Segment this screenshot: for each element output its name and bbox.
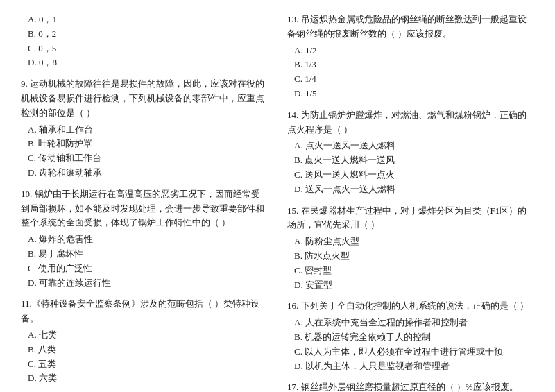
right-column: 13. 吊运炽热金属或危险品的钢丝绳的断丝数达到一般起重设备钢丝绳的报废断丝数的… <box>278 12 534 392</box>
option-item: B. 易于腐坏性 <box>28 247 268 262</box>
question-17-title: 17. 钢丝绳外层钢丝磨损量超过原直径的（ ）%应该报废。 <box>287 380 534 392</box>
option-item: B. 1/3 <box>294 58 534 72</box>
question-15-options: A. 防粉尘点火型 B. 防水点火型 C. 密封型 D. 安置型 <box>294 235 534 292</box>
question-10-options: A. 爆炸的危害性 B. 易于腐坏性 C. 使用的广泛性 D. 可靠的连续运行性 <box>28 232 268 290</box>
option-item: A. 爆炸的危害性 <box>28 232 268 247</box>
option-item: C. 送风一送人燃料一点火 <box>294 168 534 182</box>
question-15: 15. 在民爆器材生产过程中，对于爆炸分区为目类（F1区）的场所，宜优先采用（ … <box>287 204 534 293</box>
question-16: 16. 下列关于全自动化控制的人机系统的说法，正确的是（ ） A. 人在系统中充… <box>287 299 534 373</box>
page-wrap: A. 0，1 B. 0，2 C. 0，5 D. 0，8 9. 运动机械的故障往往… <box>21 12 534 392</box>
option-item: C. 以人为主体，即人必须在全过程中进行管理或干预 <box>294 345 534 359</box>
question-continuation: A. 0，1 B. 0，2 C. 0，5 D. 0，8 <box>21 12 268 70</box>
question-11-title: 11.《特种设备安全监察条例》涉及的范畴包括（ ）类特种设备。 <box>21 297 268 326</box>
page-content: A. 0，1 B. 0，2 C. 0，5 D. 0，8 9. 运动机械的故障往往… <box>21 12 534 392</box>
question-14: 14. 为防止锅炉炉膛爆炸，对燃油、燃气和煤粉锅炉，正确的点火程序是（ ） A.… <box>287 108 534 197</box>
option-item: B. 点火一送人燃料一送风 <box>294 153 534 168</box>
question-13-options: A. 1/2 B. 1/3 C. 1/4 D. 1/5 <box>294 44 534 101</box>
option-item: C. 1/4 <box>294 72 534 87</box>
option-item: D. 1/5 <box>294 87 534 101</box>
option-item: A. 七类 <box>28 328 268 343</box>
options-continuation: A. 0，1 B. 0，2 C. 0，5 D. 0，8 <box>28 12 268 70</box>
question-9: 9. 运动机械的故障往往是易损件的故障，因此，应该对在役的机械设备易损件进行检测… <box>21 77 268 180</box>
option-item: D. 0，8 <box>28 56 268 70</box>
option-item: D. 送风一点火一送人燃料 <box>294 182 534 197</box>
option-item: A. 1/2 <box>294 44 534 58</box>
left-column: A. 0，1 B. 0，2 C. 0，5 D. 0，8 9. 运动机械的故障往往… <box>21 12 278 392</box>
question-16-title: 16. 下列关于全自动化控制的人机系统的说法，正确的是（ ） <box>287 299 534 314</box>
question-17: 17. 钢丝绳外层钢丝磨损量超过原直径的（ ）%应该报废。 A. 50 B. 4… <box>287 380 534 392</box>
question-13-title: 13. 吊运炽热金属或危险品的钢丝绳的断丝数达到一般起重设备钢丝绳的报废断丝数的… <box>287 12 534 42</box>
option-item: A. 轴承和工作台 <box>28 123 268 137</box>
option-item: B. 防水点火型 <box>294 249 534 264</box>
question-11: 11.《特种设备安全监察条例》涉及的范畴包括（ ）类特种设备。 A. 七类 B.… <box>21 297 268 386</box>
option-item: C. 传动轴和工作台 <box>28 151 268 166</box>
option-item: B. 叶轮和防护罩 <box>28 137 268 151</box>
option-item: A. 人在系统中充当全过程的操作者和控制者 <box>294 316 534 330</box>
question-9-title: 9. 运动机械的故障往往是易损件的故障，因此，应该对在役的机械设备易损件进行检测… <box>21 77 268 120</box>
option-item: D. 安置型 <box>294 278 534 293</box>
question-16-options: A. 人在系统中充当全过程的操作者和控制者 B. 机器的运转完全依赖于人的控制 … <box>294 316 534 373</box>
option-item: C. 五类 <box>28 357 268 372</box>
option-item: D. 齿轮和滚动轴承 <box>28 166 268 180</box>
option-item: B. 八类 <box>28 343 268 357</box>
option-item: C. 密封型 <box>294 264 534 278</box>
option-item: B. 机器的运转完全依赖于人的控制 <box>294 330 534 345</box>
option-item: D. 可靠的连续运行性 <box>28 276 268 291</box>
question-14-options: A. 点火一送风一送人燃料 B. 点火一送人燃料一送风 C. 送风一送人燃料一点… <box>294 139 534 196</box>
option-item: A. 0，1 <box>28 12 268 27</box>
question-15-title: 15. 在民爆器材生产过程中，对于爆炸分区为目类（F1区）的场所，宜优先采用（ … <box>287 204 534 233</box>
option-item: C. 使用的广泛性 <box>28 262 268 276</box>
question-11-options: A. 七类 B. 八类 C. 五类 D. 六类 <box>28 328 268 386</box>
question-9-options: A. 轴承和工作台 B. 叶轮和防护罩 C. 传动轴和工作台 D. 齿轮和滚动轴… <box>28 123 268 180</box>
question-14-title: 14. 为防止锅炉炉膛爆炸，对燃油、燃气和煤粉锅炉，正确的点火程序是（ ） <box>287 108 534 137</box>
option-item: C. 0，5 <box>28 42 268 56</box>
option-item: A. 防粉尘点火型 <box>294 235 534 249</box>
option-item: B. 0，2 <box>28 27 268 42</box>
option-item: A. 点火一送风一送人燃料 <box>294 139 534 153</box>
question-10-title: 10. 锅炉由于长期运行在高温高压的恶劣工况下，因而经常受到局部损坏，如不能及时… <box>21 187 268 230</box>
option-item: D. 以机为主体，人只是监视者和管理者 <box>294 359 534 374</box>
question-13: 13. 吊运炽热金属或危险品的钢丝绳的断丝数达到一般起重设备钢丝绳的报废断丝数的… <box>287 12 534 101</box>
question-10: 10. 锅炉由于长期运行在高温高压的恶劣工况下，因而经常受到局部损坏，如不能及时… <box>21 187 268 291</box>
option-item: D. 六类 <box>28 371 268 386</box>
